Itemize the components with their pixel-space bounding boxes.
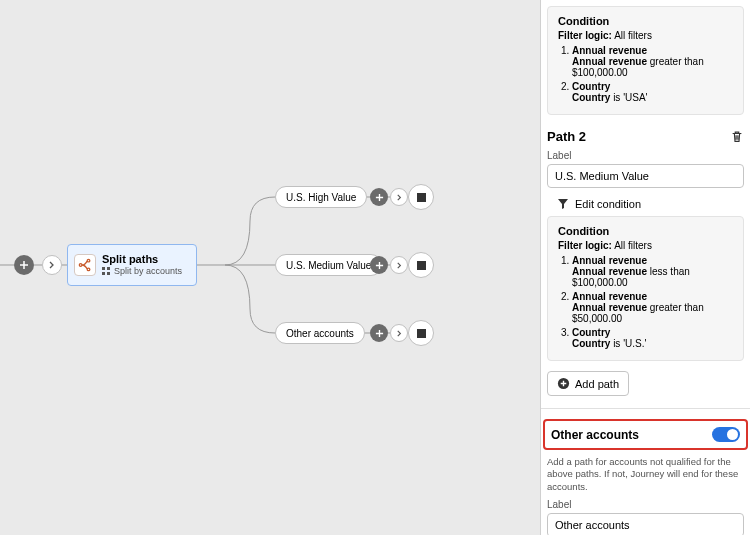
properties-panel: Condition Filter logic: All filters Annu… [540,0,750,535]
split-subtitle: Split by accounts [102,266,182,277]
svg-rect-17 [107,272,110,275]
path-1-condition-box: Condition Filter logic: All filters Annu… [547,6,744,115]
path-1-add-button[interactable] [370,188,388,206]
path-label-2[interactable]: U.S. Medium Value [275,254,382,276]
expand-chevron[interactable] [42,255,62,275]
other-accounts-toggle[interactable] [712,427,740,442]
path-1-end-node[interactable] [408,184,434,210]
condition-heading: Condition [558,225,733,237]
plus-circle-icon [557,377,570,390]
path-2-label-input[interactable] [547,164,744,188]
filter-logic: Filter logic: All filters [558,30,733,41]
add-path-button[interactable]: Add path [547,371,629,396]
divider [541,408,750,409]
path-2-end-node[interactable] [408,252,434,278]
svg-rect-16 [102,272,105,275]
path-3-end-node[interactable] [408,320,434,346]
split-icon [74,254,96,276]
svg-rect-15 [107,267,110,270]
delete-path-button[interactable] [730,130,744,144]
path-2-condition-box: Condition Filter logic: All filters Annu… [547,216,744,361]
path-3-add-button[interactable] [370,324,388,342]
label-field-label: Label [547,499,744,510]
condition-list: Annual revenueAnnual revenue less than $… [558,255,733,349]
journey-canvas[interactable]: Split paths Split by accounts U.S. High … [0,0,540,535]
path-2-chevron[interactable] [390,256,408,274]
condition-item: Annual revenueAnnual revenue greater tha… [572,45,733,78]
other-accounts-title: Other accounts [551,428,639,442]
condition-heading: Condition [558,15,733,27]
svg-rect-14 [102,267,105,270]
label-field-label: Label [547,150,744,161]
svg-point-11 [79,264,82,267]
path-label-3[interactable]: Other accounts [275,322,365,344]
path-1-chevron[interactable] [390,188,408,206]
path-label-1[interactable]: U.S. High Value [275,186,367,208]
condition-item: CountryCountry is 'USA' [572,81,733,103]
edit-condition-button[interactable]: Edit condition [557,198,744,210]
condition-item: Annual revenueAnnual revenue greater tha… [572,291,733,324]
path-2-header: Path 2 [547,129,744,144]
add-node-button[interactable] [14,255,34,275]
path-3-chevron[interactable] [390,324,408,342]
filter-icon [557,198,569,210]
condition-item: Annual revenueAnnual revenue less than $… [572,255,733,288]
path-2-title: Path 2 [547,129,586,144]
accounts-icon [102,267,111,276]
condition-item: CountryCountry is 'U.S.' [572,327,733,349]
other-accounts-label-input[interactable] [547,513,744,535]
path-2-add-button[interactable] [370,256,388,274]
other-accounts-section: Other accounts [543,419,748,450]
split-paths-node[interactable]: Split paths Split by accounts [67,244,197,286]
other-accounts-description: Add a path for accounts not qualified fo… [547,456,744,493]
condition-list: Annual revenueAnnual revenue greater tha… [558,45,733,103]
filter-logic: Filter logic: All filters [558,240,733,251]
split-title: Split paths [102,253,182,266]
split-text: Split paths Split by accounts [102,253,182,277]
